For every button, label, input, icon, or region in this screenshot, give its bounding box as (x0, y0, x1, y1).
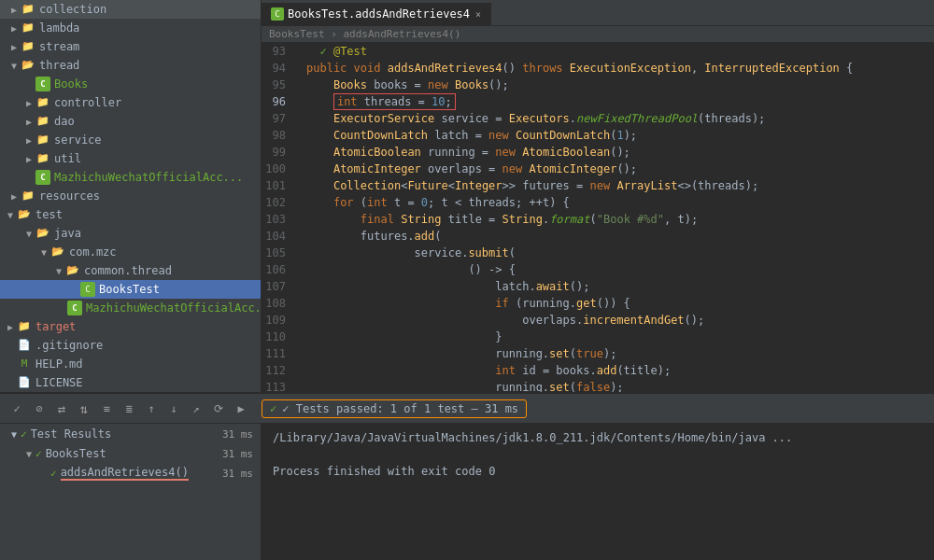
sidebar-item-util[interactable]: 📁 util (0, 149, 261, 168)
sidebar: 📁 collection 📁 lambda 📁 stream 📂 thread (0, 0, 262, 392)
sidebar-item-label: MazhichuWechatOfficialAcc... (86, 301, 262, 315)
test-results-time: 31 ms (222, 428, 253, 441)
code-line-93: ✓ @Test (306, 43, 934, 60)
line-num: 98 (262, 127, 291, 144)
bottom-toolbar: ✓ ⊘ ⇄ ⇅ ≡ ≣ ↑ ↓ ↗ ⟳ ▶ ✓ ✓ Tests passed: … (0, 394, 934, 424)
tab-close-button[interactable]: × (475, 9, 481, 20)
line-num: 110 (262, 329, 291, 345)
test-results-header[interactable]: ✓ Test Results 31 ms (0, 424, 261, 444)
sidebar-item-label: collection (39, 3, 106, 16)
sidebar-item-test[interactable]: 📂 test (0, 205, 261, 224)
sidebar-item-common-thread[interactable]: 📂 common.thread (0, 261, 261, 280)
folder-icon: 📁 (21, 39, 35, 54)
sidebar-item-lambda[interactable]: 📁 lambda (0, 19, 261, 37)
sidebar-item-help[interactable]: M HELP.md (0, 355, 261, 373)
sidebar-item-mazhichu-test[interactable]: C MazhichuWechatOfficialAcc... (0, 299, 261, 317)
sidebar-item-mazhichu[interactable]: C MazhichuWechatOfficialAcc... (0, 168, 261, 187)
code-line-101: Collection<Future<Integer>> futures = ne… (306, 177, 934, 194)
sidebar-item-label: java (54, 227, 81, 240)
toolbar-up-button[interactable]: ↑ (142, 399, 161, 418)
arrow-icon (52, 266, 65, 276)
sidebar-item-books[interactable]: C Books (0, 75, 261, 93)
sidebar-item-com-mzc[interactable]: 📂 com.mzc (0, 243, 261, 261)
editor-tabs: C BooksTest.addsAndRetrieves4 × (262, 0, 934, 26)
sidebar-item-controller[interactable]: 📁 controller (0, 93, 261, 112)
pass-icon: ✓ (35, 448, 42, 460)
test-result-addsandretrieves4[interactable]: ✓ addsAndRetrieves4() 31 ms (0, 463, 261, 483)
toolbar-play-button[interactable]: ▶ (232, 399, 250, 418)
sidebar-item-license[interactable]: 📄 LICENSE (0, 373, 261, 392)
code-line-111: running.set(true); (306, 345, 934, 362)
sidebar-item-bookstest[interactable]: C BooksTest (0, 280, 261, 299)
sidebar-item-label: Books (54, 77, 88, 91)
folder-icon: 📂 (17, 207, 32, 222)
sidebar-item-thread[interactable]: 📂 thread (0, 56, 261, 75)
test-item-time: 31 ms (222, 468, 253, 480)
java-icon: C (35, 77, 50, 91)
line-num: 112 (262, 362, 291, 379)
test-status-badge: ✓ ✓ Tests passed: 1 of 1 test – 31 ms (262, 399, 527, 418)
sidebar-item-dao[interactable]: 📁 dao (0, 112, 261, 131)
bottom-content: ✓ Test Results 31 ms ✓ BooksTest 31 ms ✓… (0, 424, 934, 560)
editor-area: C BooksTest.addsAndRetrieves4 × BooksTes… (262, 0, 934, 392)
toolbar-expand-button[interactable]: ≡ (97, 399, 116, 418)
editor-tab-bookstest[interactable]: C BooksTest.addsAndRetrieves4 × (262, 3, 491, 25)
folder-icon: 📂 (65, 263, 80, 278)
sidebar-item-service[interactable]: 📁 service (0, 131, 261, 149)
sidebar-item-label: controller (54, 96, 121, 109)
sidebar-item-java[interactable]: 📂 java (0, 224, 261, 243)
toolbar-run-button[interactable]: ✓ (7, 399, 26, 418)
sidebar-item-label: resources (39, 189, 100, 203)
arrow-icon (7, 23, 21, 34)
toolbar-refresh-button[interactable]: ⟳ (209, 399, 228, 418)
folder-icon: 📂 (50, 245, 65, 259)
sidebar-item-label: .gitignore (35, 339, 103, 352)
code-line-110: } (306, 329, 934, 345)
sidebar-item-gitignore[interactable]: 📄 .gitignore (0, 336, 261, 355)
folder-icon: 📁 (21, 21, 35, 35)
line-num: 104 (262, 228, 291, 245)
arrow-icon (7, 42, 21, 52)
toolbar-export-button[interactable]: ↗ (187, 399, 205, 418)
code-line-113: running.set(false); (306, 379, 934, 392)
arrow-icon (7, 191, 21, 202)
test-result-bookstest[interactable]: ✓ BooksTest 31 ms (0, 444, 261, 463)
code-line-108: if (running.get()) { (306, 295, 934, 312)
test-results-label: Test Results (31, 427, 112, 441)
pass-icon: ✓ (50, 468, 57, 480)
toolbar-collapse-button[interactable]: ≣ (120, 399, 138, 418)
code-line-103: final String title = String.format("Book… (306, 211, 934, 228)
code-line-97: ExecutorService service = Executors.newF… (306, 110, 934, 127)
test-item-label: addsAndRetrieves4() (61, 466, 189, 481)
line-num: 105 (262, 245, 291, 261)
arrow-icon (22, 135, 35, 146)
code-line-100: AtomicInteger overlaps = new AtomicInteg… (306, 161, 934, 177)
folder-icon: 📂 (35, 226, 50, 241)
status-text: ✓ Tests passed: 1 of 1 test – 31 ms (282, 402, 518, 415)
folder-icon: 📁 (35, 151, 50, 166)
arrow-icon (4, 210, 17, 220)
code-line-105: service.submit( (306, 245, 934, 261)
sidebar-item-target[interactable]: 📁 target (0, 317, 261, 336)
sidebar-item-stream[interactable]: 📁 stream (0, 37, 261, 56)
sidebar-item-resources[interactable]: 📁 resources (0, 187, 261, 205)
code-line-106: () -> { (306, 261, 934, 278)
code-line-112: int id = books.add(title); (306, 362, 934, 379)
sidebar-item-label: common.thread (84, 264, 172, 277)
toolbar-sort-button[interactable]: ⇅ (75, 399, 93, 418)
sidebar-item-collection[interactable]: 📁 collection (0, 0, 261, 19)
line-num: 94 (262, 60, 291, 77)
sidebar-item-label: util (54, 152, 81, 165)
toolbar-stop-button[interactable]: ⊘ (30, 399, 49, 418)
line-num: 100 (262, 161, 291, 177)
toolbar-down-button[interactable]: ↓ (164, 399, 183, 418)
sidebar-item-label: LICENSE (35, 376, 83, 389)
toolbar-rerun-button[interactable]: ⇄ (52, 399, 71, 418)
breadcrumb: BooksTest › addsAndRetrieves4() (262, 26, 934, 43)
file-icon: 📄 (17, 338, 32, 353)
line-num: 107 (262, 278, 291, 295)
sidebar-item-label: thread (39, 59, 79, 72)
sidebar-item-label: MazhichuWechatOfficialAcc... (54, 171, 243, 184)
test-results-panel: ✓ Test Results 31 ms ✓ BooksTest 31 ms ✓… (0, 424, 262, 560)
arrow-icon (22, 98, 35, 108)
